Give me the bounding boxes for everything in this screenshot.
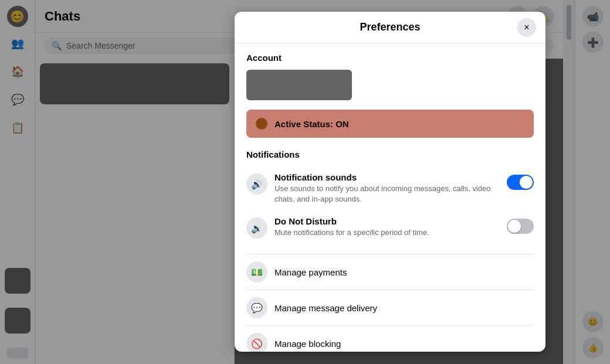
modal-title: Preferences — [360, 21, 420, 33]
notification-sounds-toggle[interactable] — [507, 175, 534, 190]
notifications-section: Notifications 🔊 Notification sounds Use … — [246, 149, 534, 244]
notification-sounds-knob — [520, 176, 533, 189]
manage-blocking-icon: 🚫 — [246, 333, 267, 352]
do-not-disturb-content: Do Not Disturb Mute notifications for a … — [274, 216, 500, 238]
do-not-disturb-label: Do Not Disturb — [274, 216, 500, 226]
do-not-disturb-row: 🔉 Do Not Disturb Mute notifications for … — [246, 210, 534, 244]
modal-header: Preferences × — [235, 12, 545, 43]
manage-payments-label: Manage payments — [274, 267, 347, 277]
notification-sounds-row: 🔊 Notification sounds Use sounds to noti… — [246, 166, 534, 210]
notification-sounds-icon: 🔊 — [246, 174, 267, 195]
modal-overlay: Preferences × Account Active Status: ON … — [0, 0, 610, 364]
notifications-section-title: Notifications — [246, 149, 534, 159]
preferences-modal: Preferences × Account Active Status: ON … — [235, 12, 545, 352]
do-not-disturb-desc: Mute notifications for a specific period… — [274, 227, 500, 238]
account-section-title: Account — [246, 53, 534, 63]
active-status-dot — [256, 118, 267, 130]
close-icon: × — [524, 22, 529, 33]
bottom-menu-section: 💵 Manage payments 💬 Manage message deliv… — [246, 249, 534, 352]
manage-payments-icon: 💵 — [246, 261, 267, 283]
modal-close-button[interactable]: × — [517, 18, 536, 37]
do-not-disturb-icon: 🔉 — [246, 217, 267, 239]
manage-payments-item[interactable]: 💵 Manage payments — [246, 254, 534, 290]
do-not-disturb-toggle[interactable] — [507, 219, 534, 234]
active-status-text: Active Status: ON — [274, 119, 349, 129]
do-not-disturb-knob — [508, 220, 521, 233]
notification-sounds-content: Notification sounds Use sounds to notify… — [274, 172, 500, 205]
modal-body: Account Active Status: ON Notifications … — [235, 43, 545, 352]
manage-blocking-label: Manage blocking — [274, 339, 341, 349]
manage-delivery-icon: 💬 — [246, 297, 267, 318]
account-avatar-placeholder — [246, 70, 352, 100]
notification-sounds-label: Notification sounds — [274, 172, 500, 182]
notification-sounds-desc: Use sounds to notify you about incoming … — [274, 183, 500, 205]
manage-blocking-item[interactable]: 🚫 Manage blocking — [246, 325, 534, 352]
manage-delivery-label: Manage message delivery — [274, 303, 377, 313]
manage-delivery-item[interactable]: 💬 Manage message delivery — [246, 290, 534, 325]
active-status-bar[interactable]: Active Status: ON — [246, 110, 534, 138]
